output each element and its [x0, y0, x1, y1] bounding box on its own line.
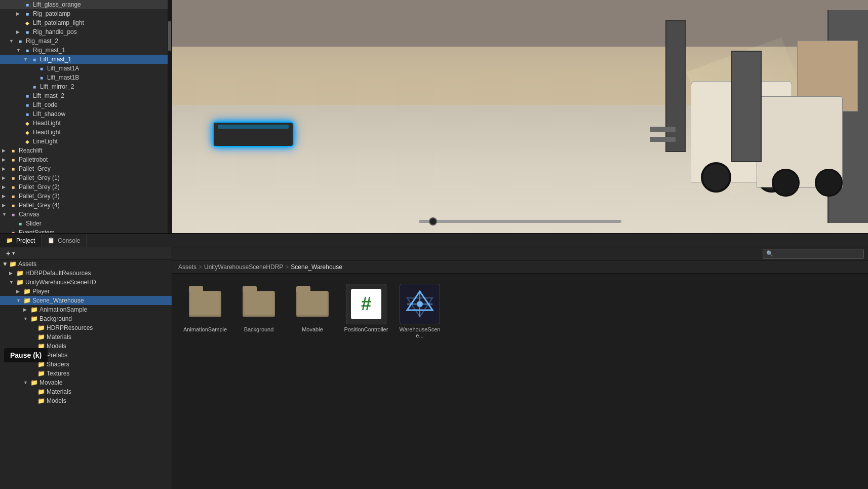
breadcrumb-sep-0: >	[199, 264, 202, 271]
project-add-button[interactable]: + ▼	[3, 248, 19, 258]
expand-arrow[interactable]: ▶	[2, 166, 9, 171]
mesh-icon: ■	[37, 64, 46, 72]
hierarchy-item-slider[interactable]: ■Slider	[0, 219, 172, 228]
expand-arrow[interactable]: ▼	[23, 316, 30, 321]
hierarchy-item-pallet_grey_1[interactable]: ▶■Pallet_Grey (1)	[0, 173, 172, 182]
tree-item-label: Lift_code	[33, 101, 58, 108]
breadcrumb-item-2[interactable]: Scene_Warehouse	[291, 264, 342, 271]
folder-item-unity_warehouse[interactable]: ▼📁UnityWarehouseSceneHD	[0, 278, 172, 287]
search-input[interactable]	[775, 251, 860, 257]
folder-icon-hdrp_default: 📁	[16, 270, 24, 277]
expand-arrow[interactable]: ▶	[16, 289, 23, 294]
folder-item-movable_models[interactable]: 📁Models	[0, 396, 172, 405]
folder-item-movable[interactable]: ▼📁Movable	[0, 378, 172, 387]
asset-item-animation_sample[interactable]: AnimationSample	[182, 284, 228, 338]
hierarchy-item-lift_code[interactable]: ■Lift_code	[0, 100, 172, 109]
light-icon: ◆	[23, 19, 31, 27]
asset-item-position_controller[interactable]: # PositionController	[343, 284, 389, 338]
expand-arrow[interactable]: ▼	[16, 298, 23, 303]
expand-arrow[interactable]: ▼	[2, 212, 9, 217]
hierarchy-item-lift_mast_2[interactable]: ■Lift_mast_2	[0, 91, 172, 100]
tree-item-label: LineLight	[33, 138, 58, 145]
asset-item-movable[interactable]: Movable	[290, 284, 335, 338]
hierarchy-item-rig_handle_pos[interactable]: ▶■Rig_handle_pos	[0, 27, 172, 36]
viewport-progress-bar[interactable]	[419, 220, 621, 223]
hierarchy-item-eventsystem[interactable]: ■EventSystem	[0, 228, 172, 233]
reachlift-icon: ■	[9, 146, 17, 155]
hierarchy-item-linelight[interactable]: ◆LineLight	[0, 137, 172, 146]
expand-arrow[interactable]: ▶	[16, 11, 23, 16]
folder-item-scene_warehouse[interactable]: ▼📁Scene_Warehouse	[0, 296, 172, 305]
hierarchy-item-pallet_grey_2[interactable]: ▶■Pallet_Grey (2)	[0, 182, 172, 192]
expand-arrow[interactable]: ▶	[2, 157, 9, 162]
folder-icon-animation_sample: 📁	[30, 306, 38, 313]
hierarchy-item-palletrobot[interactable]: ▶■Palletrobot	[0, 155, 172, 164]
hierarchy-item-pallet_grey_3[interactable]: ▶■Pallet_Grey (3)	[0, 192, 172, 201]
folder-item-textures[interactable]: 📁Textures	[0, 369, 172, 378]
hierarchy-item-lift_mirror_2[interactable]: ■Lift_mirror_2	[0, 82, 172, 91]
folder-item-hdrp_default[interactable]: ▶📁HDRPDefaultResources	[0, 269, 172, 278]
expand-arrow[interactable]: ▼	[23, 57, 30, 62]
hierarchy-item-pallet_grey[interactable]: ▶■Pallet_Grey	[0, 164, 172, 173]
expand-arrow[interactable]: ▶	[2, 194, 9, 199]
hierarchy-item-lift_shadow[interactable]: ■Lift_shadow	[0, 109, 172, 119]
hierarchy-item-lift_patolamp_light[interactable]: ◆Lift_patolamp_light	[0, 18, 172, 27]
tree-item-label: Lift_patolamp_light	[33, 19, 84, 26]
expand-arrow[interactable]: ▼	[9, 39, 16, 44]
hierarchy-item-reachlift[interactable]: ▶■Reachlift	[0, 146, 172, 155]
folder-item-player[interactable]: ▶📁Player	[0, 287, 172, 296]
breadcrumb-item-0[interactable]: Assets	[178, 264, 196, 271]
hierarchy-item-pallet_grey_4[interactable]: ▶■Pallet_Grey (4)	[0, 201, 172, 210]
folder-icon-materials: 📁	[37, 333, 45, 341]
expand-arrow[interactable]: ▼	[16, 48, 23, 53]
bottom-panels: + ▼ Pause (k) ▼📁Assets▶📁HDRPDefaultResou…	[0, 247, 868, 489]
hierarchy-item-lift_mast_1[interactable]: ▼■Lift_mast_1	[0, 55, 172, 64]
expand-arrow[interactable]: ▶	[16, 29, 23, 34]
viewport-slider-thumb[interactable]	[429, 217, 437, 225]
hierarchy-item-rig_mast_2[interactable]: ▼■Rig_mast_2	[0, 36, 172, 46]
breadcrumb-item-1[interactable]: UnityWarehouseSceneHDRP	[204, 264, 283, 271]
hierarchy-item-lift_mast_1b[interactable]: ■Lift_mast1B	[0, 73, 172, 82]
hierarchy-item-canvas[interactable]: ▼■Canvas	[0, 210, 172, 219]
assets-folder-icon: 📁	[9, 260, 17, 268]
folder-item-hdrp_resources[interactable]: 📁HDRPResources	[0, 323, 172, 332]
expand-arrow[interactable]: ▶	[2, 184, 9, 190]
hierarchy-scrollbar-thumb[interactable]	[168, 21, 171, 51]
group-icon: ■	[23, 46, 31, 54]
expand-arrow[interactable]: ▶	[9, 271, 16, 276]
folder-item-materials[interactable]: 📁Materials	[0, 332, 172, 342]
folder-label-movable: Movable	[40, 379, 62, 386]
asset-item-warehouse_scene[interactable]: WarehouseScene...	[397, 284, 443, 338]
hierarchy-item-headlight_1[interactable]: ◆HeadLight	[0, 119, 172, 128]
expand-arrow[interactable]: ▶	[2, 203, 9, 208]
forklift2-wheel-l	[772, 169, 800, 197]
hierarchy-item-rig_patolamp[interactable]: ▶■Rig_patolamp	[0, 9, 172, 18]
folder-icon-movable_materials: 📁	[37, 388, 45, 395]
hierarchy-item-lift_glass_orange[interactable]: ■Lift_glass_orange	[0, 0, 172, 9]
hierarchy-scrollbar[interactable]	[168, 0, 172, 233]
tab-console[interactable]: 📋Console	[42, 234, 87, 247]
folder-item-movable_materials[interactable]: 📁Materials	[0, 387, 172, 396]
asset-item-background[interactable]: Background	[236, 284, 282, 338]
tab-project[interactable]: 📁Project	[0, 234, 42, 247]
hierarchy-item-headlight_2[interactable]: ◆HeadLight	[0, 128, 172, 137]
expand-arrow[interactable]: ▶	[2, 175, 9, 180]
breadcrumb-bar: Assets > UnityWarehouseSceneHDRP > Scene…	[172, 260, 868, 274]
expand-arrow[interactable]: ▶	[2, 148, 9, 153]
folder-item-background_folder[interactable]: ▼📁Background	[0, 314, 172, 323]
search-bar[interactable]: 🔍	[763, 249, 864, 259]
folder-item-animation_sample[interactable]: ▶📁AnimationSample	[0, 305, 172, 314]
reachlift-icon: ■	[9, 192, 17, 200]
tree-item-label: Palletrobot	[19, 156, 48, 163]
folder-item-assets[interactable]: ▼📁Assets	[0, 259, 172, 269]
expand-arrow[interactable]: ▶	[23, 307, 30, 312]
viewport[interactable]	[172, 0, 868, 233]
unity-logo-svg	[405, 289, 435, 319]
hierarchy-item-lift_mast_1a[interactable]: ■Lift_mast1A	[0, 64, 172, 73]
expand-arrow[interactable]: ▼	[23, 380, 30, 385]
tree-item-label: HeadLight	[33, 120, 61, 127]
expand-arrow[interactable]: ▼	[9, 280, 16, 285]
mesh-icon: ■	[37, 73, 46, 82]
tree-item-label: Lift_mast1A	[47, 65, 79, 72]
hierarchy-item-rig_mast_1[interactable]: ▼■Rig_mast_1	[0, 46, 172, 55]
